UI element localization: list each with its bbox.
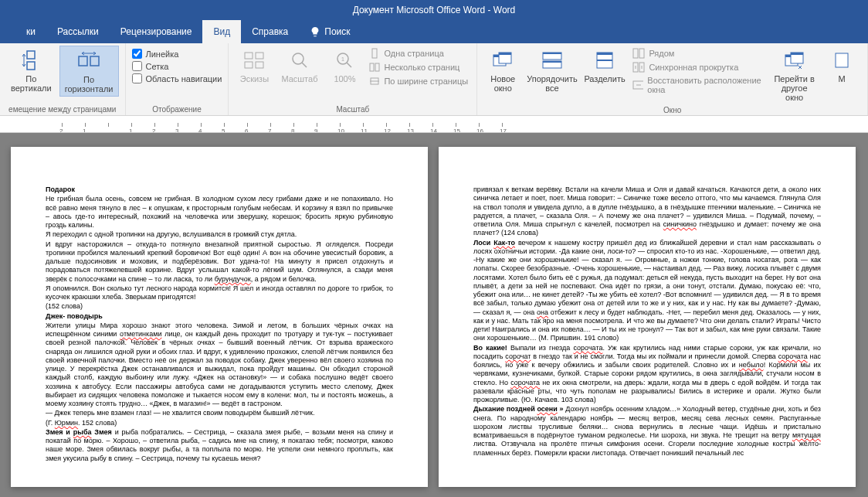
hundred-icon: 1	[332, 48, 357, 73]
group-label-window: Окно	[483, 104, 861, 116]
body-text: Змея и рыба Змея и рыба побратались. – С…	[46, 428, 393, 463]
lightbulb-icon	[310, 26, 320, 37]
svg-rect-0	[27, 51, 35, 59]
svg-point-8	[293, 53, 303, 64]
heading: Джек- поводырь	[46, 312, 393, 321]
arrange-icon	[540, 48, 565, 73]
page-2[interactable]: привязал к веткам верёвку. Встали на кач…	[439, 147, 856, 487]
page-1[interactable]: Подарок Не грибная была осень, совсем не…	[11, 147, 428, 487]
svg-rect-34	[836, 53, 848, 67]
body-text: Во какие! Выпали из гнезда сорочата. Уж …	[473, 344, 821, 405]
tell-me-search[interactable]: Поиск	[299, 20, 361, 43]
opt-multi-page: Несколько страниц	[367, 61, 470, 73]
split-icon	[592, 48, 617, 73]
group-label-show: Отображение	[132, 104, 222, 115]
svg-rect-2	[79, 56, 87, 66]
opt-sync-scroll: Синхронная прокрутка	[630, 61, 766, 73]
svg-rect-5	[256, 53, 263, 59]
btn-arrange-all[interactable]: Упорядочить все	[525, 46, 578, 95]
svg-rect-22	[543, 61, 561, 63]
tab-help[interactable]: Справка	[241, 20, 299, 43]
switch-window-icon	[782, 48, 807, 73]
group-window: Новое окно Упорядочить все Разделить Ряд…	[477, 43, 868, 115]
group-label-zoom: Масштаб	[235, 104, 470, 115]
svg-rect-7	[256, 62, 263, 68]
ruler[interactable]: 211234567891011121314151617	[0, 116, 868, 133]
body-text: И вдруг насторожился – откуда-то потянул…	[46, 240, 393, 284]
heading: Подарок	[46, 186, 393, 194]
btn-vertical[interactable]: По вертикали	[6, 46, 56, 95]
title-bar: Документ Microsoft Office Word - Word	[0, 0, 868, 20]
thumbnails-icon	[242, 48, 266, 73]
multi-page-icon	[369, 62, 380, 73]
body-text: Лоси Как-то вечером к нашему костру приш…	[473, 239, 821, 343]
opt-page-width: По ширине страницы	[367, 75, 470, 87]
svg-rect-1	[27, 62, 35, 70]
reset-icon	[632, 80, 643, 90]
btn-switch-window[interactable]: Перейти в другое окно	[769, 46, 819, 104]
opt-reset-pos: Восстановить расположение окна	[630, 75, 766, 95]
tab-0[interactable]: ки	[15, 20, 46, 43]
svg-rect-24	[597, 53, 612, 55]
window-title: Документ Microsoft Office Word - Word	[353, 5, 516, 15]
btn-split[interactable]: Разделить	[582, 46, 628, 86]
opt-one-page: Одна страница	[367, 47, 470, 60]
group-page-movement: По вертикали По горизонтали емещение меж…	[0, 43, 126, 115]
btn-macros-partial[interactable]: М	[822, 46, 861, 86]
opt-side-by-side: Рядом	[630, 47, 766, 60]
side-icon	[632, 48, 645, 59]
btn-horizontal[interactable]: По горизонтали	[59, 46, 119, 97]
svg-rect-26	[639, 49, 644, 58]
new-window-icon	[490, 48, 515, 73]
group-label-pages: емещение между страницами	[6, 104, 119, 115]
svg-rect-11	[372, 49, 377, 58]
vertical-icon	[19, 48, 43, 73]
body-text: Жители улицы Мира хорошо знают этого чел…	[46, 322, 393, 409]
body-text: (152 слова)	[46, 302, 393, 311]
svg-rect-25	[633, 49, 638, 58]
svg-rect-3	[90, 56, 99, 66]
ribbon: По вертикали По горизонтали емещение меж…	[0, 43, 868, 116]
page-width-icon	[369, 76, 380, 87]
tab-mailings[interactable]: Рассылки	[46, 20, 110, 43]
btn-100pct[interactable]: 1 100%	[325, 46, 364, 86]
body-text: Дыхание поздней осени » Дохнул ноябрь ос…	[473, 405, 821, 458]
body-text: Я переходил с одной тропинки на другую, …	[46, 230, 393, 239]
group-show: Линейка Сетка Область навигации Отображе…	[126, 43, 229, 115]
svg-rect-4	[245, 53, 253, 59]
document-area[interactable]: Подарок Не грибная была осень, совсем не…	[0, 133, 868, 497]
horizontal-icon	[76, 49, 101, 73]
zoom-icon	[287, 48, 312, 73]
tab-view[interactable]: Вид	[202, 20, 241, 43]
body-text: — Джек теперь мне взамен глаз! — не хвал…	[46, 409, 393, 417]
btn-new-window[interactable]: Новое окно	[483, 46, 522, 95]
ribbon-tabs: ки Рассылки Рецензирование Вид Справка П…	[0, 20, 868, 43]
chk-grid[interactable]: Сетка	[132, 61, 222, 71]
svg-text:1: 1	[342, 56, 345, 62]
chk-ruler[interactable]: Линейка	[132, 49, 222, 59]
body-text: (Г. Юрмин. 152 слова)	[46, 419, 393, 427]
svg-rect-18	[499, 53, 511, 55]
chk-navpane[interactable]: Область навигации	[132, 73, 222, 83]
body-text: Не грибная была осень, совсем не грибная…	[46, 195, 393, 230]
svg-rect-33	[791, 53, 803, 55]
svg-rect-20	[543, 53, 561, 54]
svg-rect-12	[370, 63, 374, 71]
svg-rect-13	[375, 63, 379, 71]
svg-rect-6	[245, 62, 253, 68]
tab-review[interactable]: Рецензирование	[110, 20, 203, 43]
body-text: Я опомнился. Вон сколько тут лесного нар…	[46, 284, 393, 302]
macros-icon	[829, 48, 854, 73]
btn-zoom[interactable]: Масштаб	[276, 46, 322, 86]
group-zoom: Эскизы Масштаб 1 100% Одна страница Неск…	[229, 43, 477, 115]
one-page-icon	[369, 48, 380, 59]
btn-thumbnails[interactable]: Эскизы	[235, 46, 273, 86]
body-text: привязал к веткам верёвку. Встали на кач…	[473, 186, 821, 238]
sync-icon	[632, 62, 645, 73]
